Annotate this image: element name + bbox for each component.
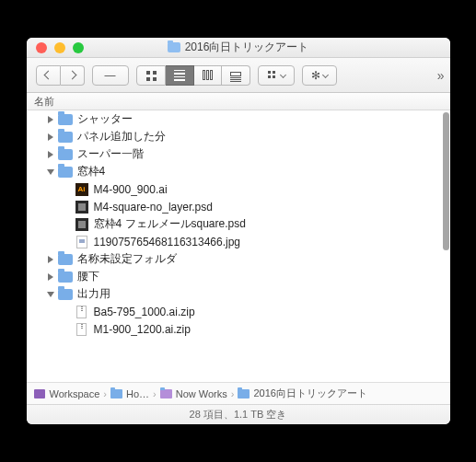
toolbar-overflow-button[interactable]: »	[437, 68, 441, 83]
gear-icon: ✻	[311, 69, 320, 82]
path-segment[interactable]: Workspace	[34, 388, 100, 399]
finder-window: 2016向日トリックアート — ✻ » 名前 シャッターパネル追加した分スーパー…	[27, 38, 450, 424]
coverflow-icon	[230, 72, 241, 78]
close-button[interactable]	[36, 42, 47, 53]
file-name: シャッター	[77, 111, 133, 127]
view-mode-group	[136, 65, 250, 86]
icon-view-icon	[145, 70, 157, 81]
ai-file-icon: Ai	[75, 183, 88, 196]
path-segment[interactable]: 2016向日トリックアート	[238, 387, 366, 400]
window-title: 2016向日トリックアート	[185, 40, 309, 55]
file-row[interactable]: 腰下	[27, 268, 450, 285]
psd-file-icon	[75, 201, 88, 214]
file-name: 名称未設定フォルダ	[77, 251, 177, 267]
file-row[interactable]: M1-900_1200.ai.zip	[27, 320, 450, 338]
svg-marker-4	[48, 256, 53, 263]
folder-icon	[58, 167, 73, 178]
column-name: 名前	[34, 95, 54, 109]
file-name: M4-900_900.ai	[94, 183, 168, 196]
psd-file-icon	[75, 218, 88, 231]
disclosure-triangle[interactable]	[47, 256, 54, 263]
zip-file-icon	[76, 323, 87, 336]
disclosure-triangle[interactable]	[47, 291, 54, 298]
status-text: 28 項目、1.1 TB 空き	[190, 408, 287, 422]
file-name: 窓枠4 フェルメールsquare.psd	[94, 216, 246, 232]
file-row[interactable]: 名称未設定フォルダ	[27, 250, 450, 268]
column-view-button[interactable]	[194, 65, 222, 86]
file-row[interactable]: 窓枠4 フェルメールsquare.psd	[27, 215, 450, 233]
chevron-right-icon	[67, 71, 76, 80]
zoom-button[interactable]	[73, 42, 84, 53]
svg-marker-1	[48, 133, 53, 141]
coverflow-view-button[interactable]	[222, 65, 250, 86]
status-bar: 28 項目、1.1 TB 空き	[27, 404, 450, 424]
file-row[interactable]: 出力用	[27, 285, 450, 303]
column-view-icon	[203, 70, 213, 80]
path-segment[interactable]: Ho…	[110, 388, 149, 399]
group-icon	[267, 70, 278, 81]
file-name: M4-square-no_layer.psd	[94, 201, 213, 214]
file-name: パネル追加した分	[77, 129, 166, 144]
file-name: 腰下	[77, 269, 99, 284]
file-name: 11907576546811631​3466.jpg	[94, 236, 241, 248]
folder-icon	[58, 254, 73, 265]
toolbar-button[interactable]: —	[92, 65, 129, 86]
disclosure-triangle[interactable]	[47, 133, 54, 141]
action-button[interactable]: ✻	[302, 65, 337, 86]
svg-marker-6	[47, 292, 54, 297]
icon-view-button[interactable]	[136, 65, 166, 86]
forward-button[interactable]	[61, 65, 85, 86]
group-button[interactable]	[258, 65, 295, 86]
path-label: 2016向日トリックアート	[253, 387, 366, 400]
folder-icon	[168, 42, 180, 52]
folder-icon	[58, 271, 73, 283]
folder-icon	[58, 289, 73, 300]
image-file-icon	[76, 236, 87, 248]
svg-marker-0	[48, 116, 53, 123]
column-header[interactable]: 名前	[27, 93, 450, 110]
disclosure-triangle[interactable]	[47, 273, 54, 281]
folder-icon	[110, 389, 122, 398]
nav-buttons	[36, 65, 85, 86]
file-row[interactable]: AiM4-900_900.ai	[27, 180, 450, 198]
file-row[interactable]: シャッター	[27, 110, 450, 128]
back-button[interactable]	[36, 65, 61, 86]
minimize-button[interactable]	[54, 42, 65, 53]
path-label: Now Works	[176, 388, 227, 399]
path-segment[interactable]: Now Works	[160, 388, 227, 399]
folder-icon	[58, 149, 73, 160]
svg-marker-5	[48, 273, 53, 281]
titlebar[interactable]: 2016向日トリックアート	[27, 38, 450, 58]
disclosure-triangle[interactable]	[47, 151, 54, 158]
disclosure-triangle[interactable]	[47, 168, 54, 176]
file-row[interactable]: M4-square-no_layer.psd	[27, 198, 450, 215]
path-separator: ›	[103, 388, 107, 399]
path-separator: ›	[231, 388, 235, 399]
svg-marker-2	[48, 151, 53, 158]
file-row[interactable]: Ba5-795_1000.ai.zip	[27, 303, 450, 320]
window-title-wrap: 2016向日トリックアート	[27, 40, 450, 55]
path-label: Ho…	[126, 388, 149, 399]
folder-icon	[160, 389, 172, 398]
file-name: 出力用	[77, 286, 110, 302]
folder-icon	[238, 389, 250, 398]
zip-file-icon	[76, 306, 87, 318]
file-name: M1-900_1200.ai.zip	[94, 323, 191, 336]
folder-icon	[58, 114, 73, 125]
traffic-lights	[27, 42, 84, 53]
svg-marker-3	[47, 169, 54, 175]
file-row[interactable]: スーパー一階	[27, 145, 450, 163]
path-separator: ›	[153, 388, 157, 399]
scrollbar[interactable]	[443, 112, 449, 250]
disclosure-triangle[interactable]	[47, 116, 54, 123]
path-label: Workspace	[50, 388, 100, 399]
file-name: スーパー一階	[77, 146, 144, 162]
chevron-left-icon	[43, 71, 52, 80]
file-row[interactable]: 11907576546811631​3466.jpg	[27, 233, 450, 250]
workspace-icon	[34, 389, 45, 398]
file-row[interactable]: 窓枠4	[27, 163, 450, 180]
list-view-button[interactable]	[166, 65, 194, 86]
file-row[interactable]: パネル追加した分	[27, 128, 450, 145]
path-bar: Workspace›Ho…›Now Works›2016向日トリックアート	[27, 382, 450, 404]
chevron-down-icon	[280, 72, 286, 78]
